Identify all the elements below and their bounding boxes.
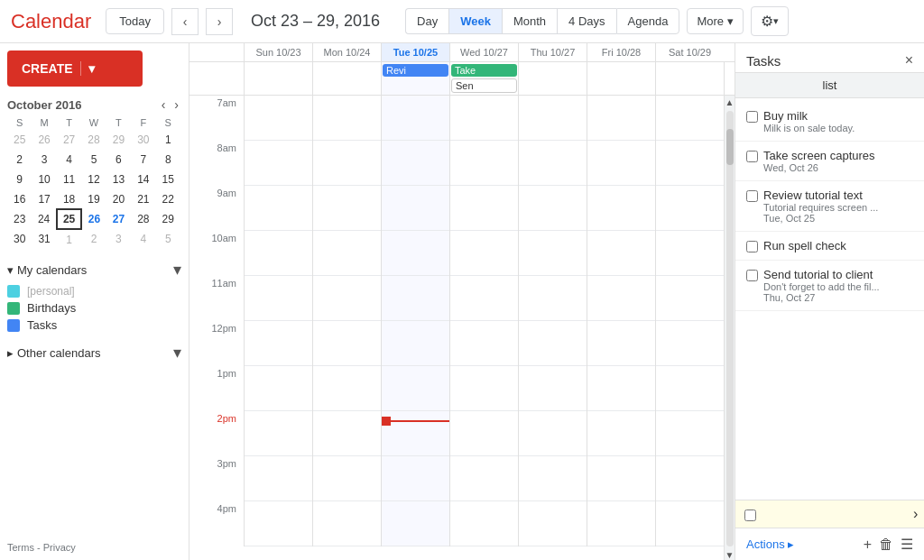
task-name-screenshots[interactable]: Take screen captures xyxy=(763,149,913,162)
cal-item-tasks[interactable]: Tasks xyxy=(7,317,181,334)
mini-cal-day[interactable]: 29 xyxy=(106,130,131,150)
mini-cal-day[interactable]: 23 xyxy=(7,209,32,229)
day-col-tue[interactable] xyxy=(381,96,449,546)
tasks-delete-button[interactable]: 🗑 xyxy=(879,536,893,553)
day-col-wed[interactable] xyxy=(449,96,518,546)
all-day-cells: Revi Take Sen xyxy=(244,62,724,95)
view-week[interactable]: Week xyxy=(448,8,502,34)
mini-cal-day[interactable]: 1 xyxy=(156,130,180,150)
view-agenda[interactable]: Agenda xyxy=(616,8,680,34)
mini-cal-day[interactable]: 17 xyxy=(32,189,56,209)
day-col-thu[interactable] xyxy=(518,96,587,546)
create-button[interactable]: CREATE ▾ xyxy=(7,50,143,87)
scrollbar-thumb[interactable] xyxy=(726,129,734,165)
scrollbar-track[interactable] xyxy=(726,111,734,546)
mini-cal-day[interactable]: 1 xyxy=(57,229,81,249)
task-name-spellcheck[interactable]: Run spell check xyxy=(763,239,913,252)
mini-cal-day[interactable]: 9 xyxy=(7,170,32,189)
mini-cal-day[interactable]: 30 xyxy=(131,130,155,150)
mini-cal-day[interactable]: 2 xyxy=(7,150,32,170)
tasks-actions-button[interactable]: Actions ▸ xyxy=(746,537,794,551)
other-calendars-header[interactable]: ▸ Other calendars ▾ xyxy=(7,343,181,363)
mini-cal-day[interactable]: 28 xyxy=(131,209,155,229)
mini-cal-day[interactable]: 10 xyxy=(32,170,56,189)
task-checkbox-screenshots[interactable] xyxy=(746,151,758,162)
mini-cal-day[interactable]: 25 xyxy=(7,130,32,150)
mini-cal-day[interactable]: 21 xyxy=(131,189,155,209)
tasks-add-button[interactable]: + xyxy=(864,536,872,553)
other-cal-options-icon[interactable]: ▾ xyxy=(173,343,181,363)
scrollbar[interactable]: ▲ ▼ xyxy=(724,96,735,560)
mini-cal-day[interactable]: 16 xyxy=(7,189,32,209)
new-task-checkbox[interactable] xyxy=(744,510,756,521)
day-col-sun[interactable] xyxy=(244,96,312,546)
task-checkbox-review[interactable] xyxy=(746,190,758,202)
task-checkbox-spellcheck[interactable] xyxy=(746,241,758,252)
view-day[interactable]: Day xyxy=(405,8,448,34)
event-revi[interactable]: Revi xyxy=(383,64,448,77)
mini-cal-day[interactable]: 27 xyxy=(57,130,81,150)
terms-link[interactable]: Terms xyxy=(7,542,34,553)
mini-cal-day[interactable]: 12 xyxy=(81,170,106,189)
scrollbar-down[interactable]: ▼ xyxy=(725,550,735,560)
mini-cal-day[interactable]: 25 xyxy=(57,209,81,229)
mini-cal-day[interactable]: 3 xyxy=(32,150,56,170)
mini-cal-day[interactable]: 22 xyxy=(156,189,180,209)
mini-cal-day[interactable]: 2 xyxy=(81,229,106,249)
mini-cal-day[interactable]: 29 xyxy=(156,209,180,229)
cal-item-birthdays[interactable]: Birthdays xyxy=(7,299,181,317)
mini-cal-day[interactable]: 18 xyxy=(57,189,81,209)
mini-cal-day[interactable]: 20 xyxy=(106,189,131,209)
mini-cal-day[interactable]: 24 xyxy=(32,209,56,229)
time-grid-scroll[interactable]: 7am 8am 9am 10am 11am 12pm 1pm 2pm 3pm 4… xyxy=(189,96,724,560)
new-task-input[interactable] xyxy=(762,508,913,521)
scrollbar-up[interactable]: ▲ xyxy=(725,97,735,107)
prev-button[interactable]: ‹ xyxy=(171,8,199,35)
cal-item-personal[interactable]: [personal] xyxy=(7,283,181,299)
mini-cal-day[interactable]: 30 xyxy=(7,229,32,249)
view-4days[interactable]: 4 Days xyxy=(557,8,615,34)
mini-cal-day[interactable]: 15 xyxy=(156,170,180,189)
task-name-review[interactable]: Review tutorial text xyxy=(763,188,913,202)
task-name-send-tutorial[interactable]: Send tutorial to client xyxy=(763,268,913,281)
my-cal-options-icon[interactable]: ▾ xyxy=(173,260,181,280)
next-button[interactable]: › xyxy=(206,8,233,35)
event-take[interactable]: Take xyxy=(451,64,517,77)
my-calendars-header[interactable]: ▾ My calendars ▾ xyxy=(7,260,181,280)
event-sen[interactable]: Sen xyxy=(451,78,517,93)
task-checkbox-buy-milk[interactable] xyxy=(746,111,758,123)
mini-cal-day[interactable]: 26 xyxy=(81,209,106,229)
mini-cal-day[interactable]: 6 xyxy=(106,150,131,170)
mini-cal-day[interactable]: 8 xyxy=(156,150,180,170)
more-button[interactable]: More ▾ xyxy=(687,8,744,34)
mini-cal-day[interactable]: 14 xyxy=(131,170,155,189)
mini-cal-day[interactable]: 4 xyxy=(57,150,81,170)
mini-cal-next[interactable]: › xyxy=(171,97,181,112)
task-name-buy-milk[interactable]: Buy milk xyxy=(763,109,913,123)
mini-cal-day[interactable]: 5 xyxy=(156,229,180,249)
mini-cal-day[interactable]: 19 xyxy=(81,189,106,209)
day-col-mon[interactable] xyxy=(312,96,381,546)
mini-cal-day[interactable]: 28 xyxy=(81,130,106,150)
mini-cal-day[interactable]: 31 xyxy=(32,229,56,249)
mini-cal-day[interactable]: 3 xyxy=(106,229,131,249)
mini-cal-day[interactable]: 7 xyxy=(131,150,155,170)
mini-cal-day[interactable]: 13 xyxy=(106,170,131,189)
day-col-sat[interactable] xyxy=(655,96,724,546)
day-col-fri[interactable] xyxy=(587,96,655,546)
mini-cal-day[interactable]: 11 xyxy=(57,170,81,189)
hour-10-tue xyxy=(382,231,449,276)
settings-button[interactable]: ⚙ ▾ xyxy=(751,6,789,36)
task-checkbox-send-tutorial[interactable] xyxy=(746,270,758,281)
tasks-list-button[interactable]: ☰ xyxy=(901,536,913,553)
tasks-close-button[interactable]: × xyxy=(905,52,913,69)
mini-cal-day[interactable]: 5 xyxy=(81,150,106,170)
new-task-arrow-icon[interactable]: › xyxy=(913,506,918,522)
mini-cal-day[interactable]: 27 xyxy=(106,209,131,229)
view-month[interactable]: Month xyxy=(502,8,557,34)
mini-cal-prev[interactable]: ‹ xyxy=(159,97,169,112)
mini-cal-day[interactable]: 4 xyxy=(131,229,155,249)
today-button[interactable]: Today xyxy=(106,8,164,34)
privacy-link[interactable]: Privacy xyxy=(43,542,76,553)
mini-cal-day[interactable]: 26 xyxy=(32,130,56,150)
